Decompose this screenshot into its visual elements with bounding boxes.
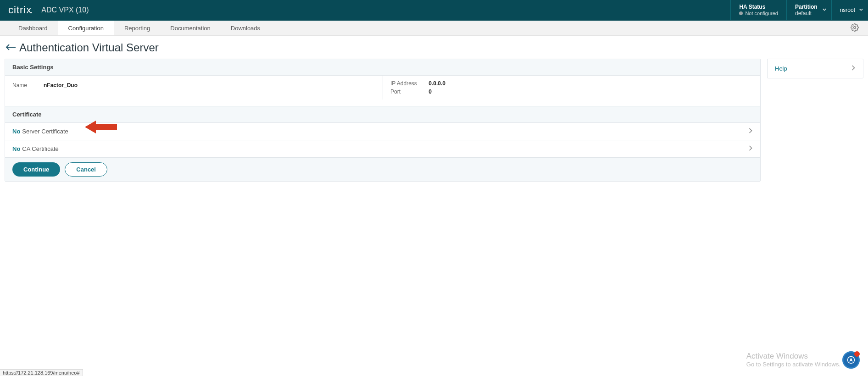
product-title: ADC VPX (10): [41, 6, 89, 14]
svg-point-0: [854, 26, 856, 28]
server-cert-count: No: [12, 128, 20, 135]
user-dropdown[interactable]: nsroot: [831, 0, 868, 20]
ip-label: IP Address: [390, 80, 427, 87]
back-arrow-icon[interactable]: [6, 43, 19, 53]
chevron-down-icon: [859, 7, 863, 13]
tab-reporting[interactable]: Reporting: [114, 21, 160, 35]
tab-dashboard[interactable]: Dashboard: [8, 21, 58, 35]
partition-dropdown[interactable]: Partition default: [786, 0, 831, 20]
port-label: Port: [390, 88, 427, 95]
continue-button[interactable]: Continue: [12, 162, 60, 177]
topbar: citrix. ADC VPX (10) HA Status Not confi…: [0, 0, 868, 20]
ha-status-value: Not configured: [745, 11, 778, 17]
side-column: Help: [767, 59, 863, 78]
ip-value: 0.0.0.0: [428, 80, 445, 87]
ha-status-label: HA Status: [739, 4, 765, 10]
chevron-down-icon: [822, 7, 827, 13]
server-cert-text: Server Certificate: [22, 128, 68, 135]
name-value: nFactor_Duo: [44, 82, 78, 88]
server-certificate-row[interactable]: No Server Certificate: [5, 123, 760, 140]
basic-settings-header: Basic Settings: [5, 59, 760, 76]
port-value: 0: [428, 88, 432, 95]
ca-cert-text: CA Certificate: [22, 145, 58, 152]
main-column: Basic Settings Name nFactor_Duo IP Addre…: [5, 59, 761, 182]
page-title: Authentication Virtual Server: [19, 41, 159, 54]
name-label: Name: [12, 82, 40, 88]
help-panel[interactable]: Help: [768, 59, 863, 78]
chevron-right-icon: [748, 127, 753, 135]
ha-status: HA Status Not configured: [730, 0, 786, 20]
certificate-header: Certificate: [5, 106, 760, 123]
cancel-button[interactable]: Cancel: [65, 162, 107, 177]
tab-downloads[interactable]: Downloads: [221, 21, 270, 35]
partition-value: default: [795, 10, 812, 17]
brand-logo: citrix.: [8, 4, 33, 16]
chevron-right-icon: [851, 65, 856, 72]
button-bar: Continue Cancel: [5, 158, 760, 181]
chevron-right-icon: [748, 145, 753, 153]
status-dot-icon: [739, 11, 743, 15]
gear-icon[interactable]: [851, 23, 859, 33]
navbar: Dashboard Configuration Reporting Docume…: [0, 20, 868, 36]
ca-cert-count: No: [12, 145, 20, 152]
tab-documentation[interactable]: Documentation: [160, 21, 220, 35]
help-label: Help: [775, 65, 787, 72]
tab-configuration[interactable]: Configuration: [58, 21, 114, 35]
partition-label: Partition: [795, 4, 818, 10]
ca-certificate-row[interactable]: No CA Certificate: [5, 140, 760, 158]
page-title-row: Authentication Virtual Server: [0, 36, 868, 59]
user-name: nsroot: [840, 7, 855, 13]
